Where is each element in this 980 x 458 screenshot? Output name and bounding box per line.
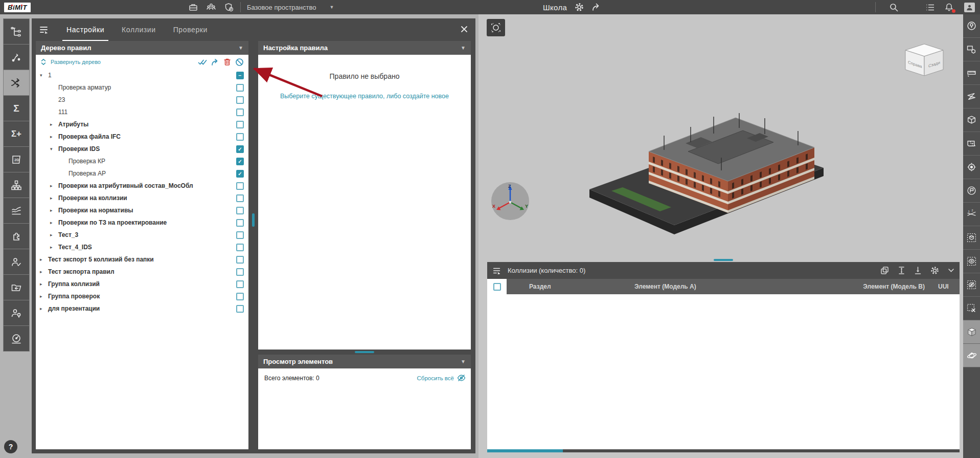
axis-gizmo[interactable]: Z X Y [491,182,530,221]
search-icon[interactable] [889,3,899,12]
tree-item-checkbox[interactable]: ✓ [236,158,244,165]
check-all-icon[interactable] [198,58,207,66]
tree-item[interactable]: ▸Тест_3 [36,229,248,241]
column-header[interactable]: Элемент (Модель A) [634,283,849,290]
hide-selection-icon[interactable] [963,273,980,297]
expander-icon[interactable]: ▸ [40,281,48,287]
select-elements-icon[interactable] [963,38,980,61]
tree-item-checkbox[interactable] [236,84,244,92]
column-header[interactable]: Элемент (Модель B) [849,283,938,290]
share-icon[interactable] [591,3,601,12]
axes-grid-icon[interactable]: 12 [963,203,980,226]
tree-item-checkbox[interactable] [236,121,244,128]
tree-item[interactable]: ▸Проверки на атрибутивный состав_МосОбл [36,180,248,192]
tree-item[interactable]: 111 [36,106,248,118]
tree-item-checkbox[interactable] [236,231,244,239]
view-cube[interactable]: Справа Сзади [901,41,947,81]
tree-item-checkbox[interactable] [236,182,244,190]
export-folder-icon[interactable] [4,275,29,300]
expander-icon[interactable]: ▸ [40,306,48,311]
viewport-3d[interactable]: Справа Сзади Z X Y Коллизии (количество:… [478,14,963,458]
settings-gear-icon[interactable] [930,266,939,275]
measure-icon[interactable] [963,61,980,85]
distribute-vertical-icon[interactable] [898,266,905,275]
tree-item[interactable]: ▸Тест экспорта правил [36,266,248,278]
align-bottom-icon[interactable] [914,266,922,275]
resize-handle[interactable] [355,351,374,353]
tree-item[interactable]: ▸Группа коллизий [36,278,248,290]
briefcase-icon[interactable] [188,2,198,12]
tree-item[interactable]: ▸Проверки на коллизии [36,192,248,204]
panel-menu-icon[interactable] [492,266,502,275]
shaded-view-icon[interactable] [963,320,980,344]
expander-icon[interactable]: ▸ [40,257,48,262]
expander-icon[interactable]: ▸ [40,294,48,299]
tree-item-checkbox[interactable] [236,244,244,251]
expander-icon[interactable]: ▸ [50,134,58,139]
tree-item[interactable]: ▸для презентации [36,302,248,315]
copy-icon[interactable] [880,266,889,275]
tree-item[interactable]: Проверка арматур [36,81,248,94]
close-icon[interactable] [460,25,468,33]
section-plane-icon[interactable] [963,85,980,108]
model-tree-icon[interactable] [4,19,29,45]
orbit-mode-icon[interactable] [963,14,980,38]
expander-icon[interactable]: ▸ [50,122,58,127]
forward-icon[interactable] [211,58,219,66]
sum-add-icon[interactable]: Σ+ [4,121,29,147]
tab-checks[interactable]: Проверки [173,18,208,41]
clear-selection-icon[interactable] [963,297,980,320]
focus-icon[interactable] [963,156,980,179]
expander-icon[interactable]: ▸ [50,220,58,225]
tree-item-checkbox[interactable] [236,293,244,300]
dashboard-icon[interactable] [4,326,29,351]
tree-item-checkbox[interactable]: ✓ [236,170,244,178]
structure-icon[interactable] [4,172,29,198]
tree-item-checkbox[interactable] [236,207,244,214]
expander-icon[interactable]: ▸ [40,269,48,274]
tree-item[interactable]: ▸Тест экспорт 5 коллизий без папки [36,253,248,266]
collapse-chevron-icon[interactable]: ▼ [461,359,466,364]
user-check-icon[interactable] [4,249,29,275]
reset-all-link[interactable]: Сбросить всё [417,374,466,382]
tree-item[interactable]: 23 [36,94,248,106]
tree-item[interactable]: ▸Проверка файла IFC [36,130,248,143]
relations-icon[interactable] [4,45,29,70]
rule-empty-hint-link[interactable]: Выберите существующее правило, либо созд… [258,93,471,100]
collapse-chevron-icon[interactable] [948,268,954,273]
panel-menu-icon[interactable] [39,25,49,35]
column-header[interactable]: UUI [938,283,960,290]
charts-icon[interactable] [4,198,29,224]
settings-gear-icon[interactable] [575,3,584,12]
disable-icon[interactable] [235,58,244,67]
sum-icon[interactable]: Σ [4,96,29,121]
tree-item-checkbox[interactable] [236,305,244,313]
horizontal-scrollbar[interactable] [487,449,960,452]
expander-icon[interactable]: ▾ [50,146,58,151]
expander-icon[interactable]: ▸ [50,183,58,188]
tree-item-checkbox[interactable] [236,256,244,264]
plugins-icon[interactable] [4,224,29,249]
tree-item[interactable]: ▸Проверки на нормативы [36,204,248,216]
select-all-checkbox[interactable] [493,283,501,291]
tree-item[interactable]: ▸Тест_4_IDS [36,241,248,253]
clip-box-icon[interactable] [963,108,980,132]
model-3d[interactable] [583,66,834,242]
scrollbar-thumb[interactable] [487,449,563,452]
tree-item[interactable]: Проверка АР✓ [36,167,248,180]
help-button[interactable]: ? [4,440,17,453]
shield-permissions-icon[interactable] [224,2,234,12]
expander-icon[interactable]: ▾ [40,73,48,78]
expand-tree-link[interactable]: Развернуть дерево [40,58,101,66]
notifications-bell-icon[interactable] [944,3,954,12]
tab-settings[interactable]: Настройки [66,18,104,41]
tree-scrollbar[interactable] [252,213,255,227]
collapse-chevron-icon[interactable]: ▼ [238,45,243,51]
tree-item-checkbox[interactable] [236,219,244,227]
tree-item[interactable]: ▾1− [36,69,248,81]
tree-item-checkbox[interactable] [236,268,244,276]
user-location-icon[interactable] [4,300,29,326]
team-icon[interactable] [206,2,216,12]
drawings-2d-icon[interactable]: 2D [4,147,29,172]
tree-item-checkbox[interactable] [236,108,244,116]
